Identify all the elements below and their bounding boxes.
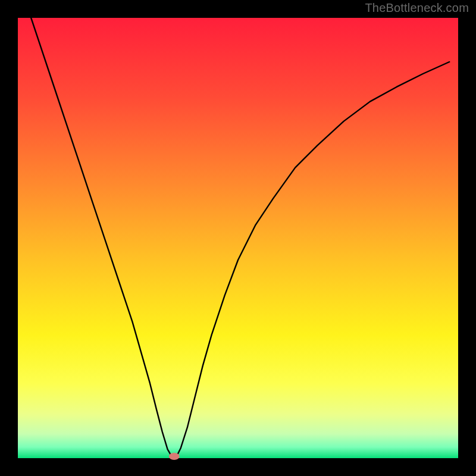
- chart-frame: TheBottleneck.com: [0, 0, 476, 476]
- optimal-marker: [169, 453, 180, 460]
- bottleneck-chart: [0, 0, 476, 476]
- plot-background: [18, 18, 458, 458]
- watermark-text: TheBottleneck.com: [365, 1, 469, 15]
